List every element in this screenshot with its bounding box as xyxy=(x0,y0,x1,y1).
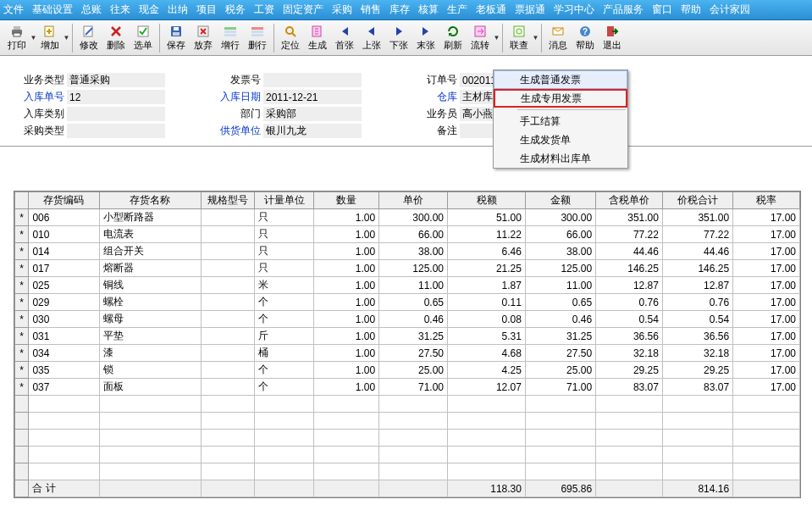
cell[interactable]: 0.46 xyxy=(379,311,448,328)
cell[interactable]: 17.00 xyxy=(733,243,800,260)
cell[interactable]: 个 xyxy=(255,362,314,379)
menu-会计家园[interactable]: 会计家园 xyxy=(710,3,750,17)
cell[interactable]: 个 xyxy=(255,379,314,396)
cell[interactable]: 32.18 xyxy=(596,345,663,362)
cell[interactable]: 83.07 xyxy=(662,379,732,396)
cell[interactable]: 0.65 xyxy=(379,294,448,311)
cell[interactable]: 17.00 xyxy=(733,209,800,226)
cell[interactable] xyxy=(201,243,254,260)
gen-button[interactable]: 生成 xyxy=(304,22,331,54)
cell[interactable]: 个 xyxy=(255,311,314,328)
menu-生产[interactable]: 生产 xyxy=(447,3,467,17)
col-存货名称[interactable]: 存货名称 xyxy=(99,192,201,209)
cell[interactable]: 034 xyxy=(29,345,99,362)
prev-button[interactable]: 上张 xyxy=(358,22,385,54)
cell[interactable]: 25.00 xyxy=(379,362,448,379)
cell[interactable]: 17.00 xyxy=(733,226,800,243)
field-发票号[interactable] xyxy=(263,73,362,87)
cell[interactable]: 31.25 xyxy=(525,328,595,345)
cell[interactable]: 0.54 xyxy=(596,311,663,328)
print-dropdown[interactable]: ▼ xyxy=(30,34,36,42)
cell[interactable]: 1.00 xyxy=(314,311,379,328)
cell[interactable]: 71.00 xyxy=(525,379,595,396)
cell[interactable]: 桶 xyxy=(255,345,314,362)
cell[interactable] xyxy=(201,311,254,328)
cell[interactable]: 只 xyxy=(255,226,314,243)
table-row[interactable]: *014组合开关只1.0038.006.4638.0044.4644.4617.… xyxy=(15,243,800,260)
cell[interactable]: 1.00 xyxy=(314,260,379,277)
cell[interactable]: 平垫 xyxy=(99,328,201,345)
cell[interactable]: 4.25 xyxy=(448,362,526,379)
table-row[interactable]: *006小型断路器只1.00300.0051.00300.00351.00351… xyxy=(15,209,800,226)
cell[interactable] xyxy=(201,260,254,277)
cell[interactable]: 29.25 xyxy=(662,362,732,379)
table-row[interactable]: *034漆桶1.0027.504.6827.5032.1832.1817.00 xyxy=(15,345,800,362)
cell[interactable] xyxy=(201,226,254,243)
col-存货编码[interactable]: 存货编码 xyxy=(29,192,99,209)
menu-票据通[interactable]: 票据通 xyxy=(515,3,545,17)
cell[interactable]: 1.00 xyxy=(314,243,379,260)
add-dropdown[interactable]: ▼ xyxy=(64,34,69,42)
menu-窗口[interactable]: 窗口 xyxy=(652,3,672,17)
cell[interactable]: 1.00 xyxy=(314,379,379,396)
cell[interactable]: 17.00 xyxy=(733,379,800,396)
cell[interactable] xyxy=(201,209,254,226)
cell[interactable]: 只 xyxy=(255,243,314,260)
col-含税单价[interactable]: 含税单价 xyxy=(596,192,663,209)
cell[interactable] xyxy=(201,294,254,311)
exit-button[interactable]: 退出 xyxy=(599,22,626,54)
cell[interactable]: 17.00 xyxy=(733,260,800,277)
cell[interactable]: 17.00 xyxy=(733,311,800,328)
menu-老板通[interactable]: 老板通 xyxy=(476,3,506,17)
cell[interactable] xyxy=(201,277,254,294)
menu-固定资产[interactable]: 固定资产 xyxy=(283,3,323,17)
cell[interactable]: 1.00 xyxy=(314,294,379,311)
cell[interactable]: 030 xyxy=(29,311,99,328)
cell[interactable]: 71.00 xyxy=(379,379,448,396)
field-入库单号[interactable] xyxy=(67,90,165,104)
cell[interactable]: 51.00 xyxy=(448,209,526,226)
cell[interactable]: 035 xyxy=(29,362,99,379)
cell[interactable]: 029 xyxy=(29,294,99,311)
next-button[interactable]: 下张 xyxy=(385,22,412,54)
cell[interactable]: 11.22 xyxy=(448,226,526,243)
menu-采购[interactable]: 采购 xyxy=(332,3,352,17)
menuitem-手工结算[interactable]: 手工结算 xyxy=(494,112,627,130)
print-button[interactable]: 打印 xyxy=(3,22,30,54)
cell[interactable]: 44.46 xyxy=(596,243,663,260)
cell[interactable]: 1.00 xyxy=(314,226,379,243)
cell[interactable]: 6.46 xyxy=(448,243,526,260)
cell[interactable]: 146.25 xyxy=(596,260,663,277)
menu-学习中心[interactable]: 学习中心 xyxy=(554,3,594,17)
menu-出纳[interactable]: 出纳 xyxy=(168,3,188,17)
field-采购类型[interactable] xyxy=(67,124,165,138)
cell[interactable] xyxy=(201,328,254,345)
flow-dropdown[interactable]: ▼ xyxy=(494,34,500,42)
menu-往来[interactable]: 往来 xyxy=(110,3,130,17)
cell[interactable]: 010 xyxy=(29,226,99,243)
menu-核算[interactable]: 核算 xyxy=(418,3,439,17)
table-row[interactable]: *031平垫斤1.0031.255.3131.2536.5636.5617.00 xyxy=(15,328,800,345)
col-税额[interactable]: 税额 xyxy=(448,192,526,209)
add-button[interactable]: 增加 xyxy=(36,22,64,54)
cell[interactable]: 21.25 xyxy=(448,260,526,277)
cell[interactable]: 17.00 xyxy=(733,277,800,294)
cell[interactable]: 27.50 xyxy=(379,345,448,362)
menu-销售[interactable]: 销售 xyxy=(361,3,381,17)
msg-button[interactable]: 消息 xyxy=(544,22,572,54)
cell[interactable]: 300.00 xyxy=(379,209,448,226)
cell[interactable]: 0.54 xyxy=(662,311,732,328)
col-计量单位[interactable]: 计量单位 xyxy=(255,192,314,209)
menuitem-生成材料出库单[interactable]: 生成材料出库单 xyxy=(494,149,627,168)
cell[interactable]: 斤 xyxy=(255,328,314,345)
menu-文件[interactable]: 文件 xyxy=(3,3,24,17)
table-row[interactable]: *017熔断器只1.00125.0021.25125.00146.25146.2… xyxy=(15,260,800,277)
cell[interactable]: 0.76 xyxy=(662,294,732,311)
cell[interactable]: 1.00 xyxy=(314,209,379,226)
table-row[interactable]: *030螺母个1.000.460.080.460.540.5417.00 xyxy=(15,311,800,328)
flow-button[interactable]: 流转 xyxy=(467,22,494,54)
cell[interactable]: 米 xyxy=(255,277,314,294)
cell[interactable]: 125.00 xyxy=(525,260,595,277)
menu-现金[interactable]: 现金 xyxy=(139,3,159,17)
menu-税务[interactable]: 税务 xyxy=(225,3,246,17)
